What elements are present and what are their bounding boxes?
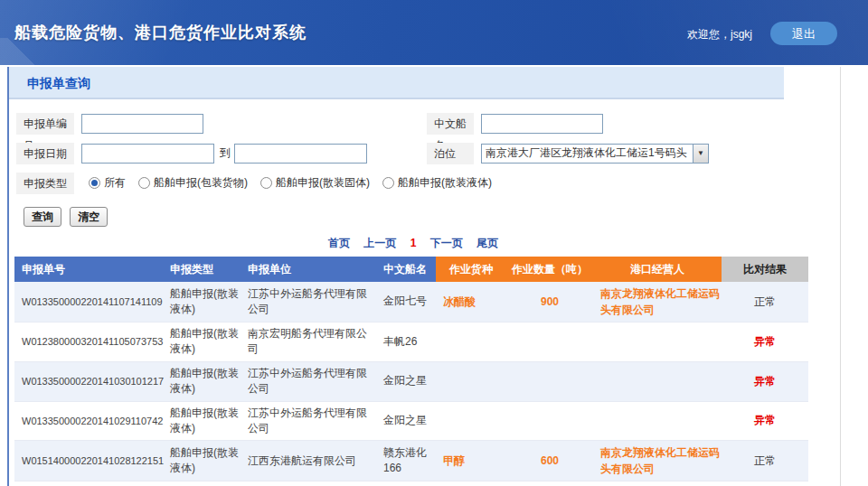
form-row-2-right: 泊位 南京港大厂港区龙翔液体化工储运1号码头 ▼ — [427, 138, 709, 168]
table-row: W013350000220141029110742船舶申报(散装液体)江苏中外运… — [14, 402, 808, 442]
date-from-input[interactable] — [81, 144, 214, 164]
cell-qty — [506, 402, 593, 441]
cell-ship: 金阳之星 — [376, 402, 436, 441]
radio-label: 船舶申报(散装液体) — [398, 175, 492, 191]
col-header-compare-result: 比对结果 — [722, 257, 808, 282]
table-body: W013350000220141107141109船舶申报(散装液体)江苏中外运… — [14, 282, 808, 481]
app-header: 船载危险货物、港口危货作业比对系统 欢迎您，jsgkj 退出 — [0, 0, 868, 65]
radio-icon — [382, 177, 394, 189]
radio-icon — [138, 177, 150, 189]
cell-id: W012380000320141105073753 — [14, 322, 163, 361]
radio-label: 船舶申报(包装货物) — [154, 175, 248, 191]
form-row-1-right: 中文船名 — [427, 108, 603, 138]
section-title-bar: 申报单查询 — [9, 67, 784, 99]
cell-cargo — [436, 322, 506, 361]
cell-ship: 丰帆26 — [376, 322, 436, 361]
results-table: 申报单号 申报类型 申报单位 中文船名 作业货种 作业数量（吨） 港口经营人 比… — [14, 257, 808, 481]
berth-label: 泊位 — [427, 143, 474, 164]
cell-ship: 赣东港化166 — [376, 441, 436, 481]
cell-id: W015140000220141028122151 — [14, 441, 163, 481]
radio-icon — [89, 177, 100, 189]
table-row: W012380000320141105073753船舶申报(散装液体)南京宏明船… — [14, 322, 808, 362]
cell-id: W013350000220141029110742 — [14, 402, 163, 441]
cell-unit: 南京宏明船务代理有限公司 — [241, 322, 376, 361]
cell-result: 正常 — [722, 282, 808, 322]
form-row-2: 申报日期 到 泊位 南京港大厂港区龙翔液体化工储运1号码头 ▼ — [9, 138, 840, 168]
radio-type-bulk-liquid[interactable]: 船舶申报(散装液体) — [382, 175, 492, 191]
chevron-down-icon[interactable]: ▼ — [693, 145, 708, 163]
col-header-ship-name: 中文船名 — [376, 257, 436, 282]
radio-type-bulk-solid[interactable]: 船舶申报(散装固体) — [260, 175, 370, 191]
page-title: 申报单查询 — [27, 76, 90, 90]
col-header-cargo: 作业货种 — [436, 257, 506, 282]
berth-selected-value: 南京港大厂港区龙翔液体化工储运1号码头 — [482, 145, 693, 161]
cell-cargo — [436, 402, 506, 441]
cell-qty: 900 — [506, 282, 593, 322]
date-to-input[interactable] — [234, 144, 367, 164]
cell-unit: 江苏中外运船务代理有限公司 — [241, 362, 376, 401]
pagination-prev[interactable]: 上一页 — [363, 237, 396, 249]
clear-button[interactable]: 清空 — [70, 207, 108, 227]
radio-type-packaged[interactable]: 船舶申报(包装货物) — [138, 175, 248, 191]
content-area: 申报单查询 申报单编号 中文船名 申报日期 到 泊位 南京港大厂港区龙翔液体化工… — [7, 67, 841, 486]
table-row: W015140000220141028122151船舶申报(散装液体)江西东港航… — [14, 441, 808, 481]
pagination-next[interactable]: 下一页 — [430, 237, 463, 249]
cell-result: 正常 — [722, 441, 808, 481]
col-header-type: 申报类型 — [163, 257, 241, 282]
welcome-text: 欢迎您，jsgkj — [687, 27, 752, 42]
col-header-port-operator: 港口经营人 — [593, 257, 722, 282]
form-buttons: 查询 清空 — [24, 207, 840, 227]
cell-cargo: 冰醋酸 — [436, 282, 506, 322]
declaration-no-label: 申报单编号 — [16, 113, 74, 135]
cell-ship: 金阳七号 — [376, 282, 436, 322]
pagination-current-page: 1 — [410, 237, 417, 249]
cell-qty: 600 — [506, 441, 593, 481]
cell-type: 船舶申报(散装液体) — [163, 441, 241, 481]
cell-operator: 南京龙翔液体化工储运码头有限公司 — [593, 282, 722, 322]
cell-type: 船舶申报(散装液体) — [163, 322, 241, 361]
form-row-3: 申报类型 所有 船舶申报(包装货物) 船舶申报(散装固体) 船舶申报(散装液体) — [9, 168, 840, 198]
type-radio-group: 所有 船舶申报(包装货物) 船舶申报(散装固体) 船舶申报(散装液体) — [89, 175, 505, 191]
cell-type: 船舶申报(散装液体) — [163, 402, 241, 441]
col-header-declaration-no: 申报单号 — [14, 257, 163, 282]
cell-result: 异常 — [722, 322, 808, 361]
query-button[interactable]: 查询 — [24, 207, 61, 227]
form-row-1: 申报单编号 中文船名 — [9, 108, 840, 138]
col-header-quantity: 作业数量（吨） — [506, 257, 593, 282]
ship-name-input[interactable] — [481, 114, 603, 134]
table-row: W013350000220141030101217船舶申报(散装液体)江苏中外运… — [14, 362, 808, 402]
cell-unit: 江西东港航运有限公司 — [241, 441, 376, 481]
pagination-last[interactable]: 尾页 — [476, 237, 498, 249]
cell-result: 异常 — [722, 402, 808, 441]
cell-qty — [506, 362, 593, 401]
pagination-first[interactable]: 首页 — [328, 237, 350, 249]
col-header-unit: 申报单位 — [241, 257, 376, 282]
cell-operator — [593, 322, 722, 361]
cell-operator — [593, 402, 722, 441]
cell-cargo: 甲醇 — [436, 441, 506, 481]
cell-unit: 江苏中外运船务代理有限公司 — [241, 282, 376, 322]
cell-id: W013350000220141107141109 — [14, 282, 163, 322]
logout-button[interactable]: 退出 — [770, 22, 837, 45]
radio-type-all[interactable]: 所有 — [89, 175, 126, 191]
table-row: W013350000220141107141109船舶申报(散装液体)江苏中外运… — [14, 282, 808, 322]
pagination: 首页 上一页 1 下一页 尾页 — [9, 236, 817, 251]
query-form: 申报单编号 中文船名 申报日期 到 泊位 南京港大厂港区龙翔液体化工储运1号码头… — [9, 99, 840, 227]
type-label: 申报类型 — [16, 173, 74, 194]
app-title: 船载危险货物、港口危货作业比对系统 — [14, 22, 307, 43]
berth-select[interactable]: 南京港大厂港区龙翔液体化工储运1号码头 ▼ — [481, 144, 709, 164]
cell-type: 船舶申报(散装液体) — [163, 362, 241, 401]
radio-label: 船舶申报(散装固体) — [276, 175, 370, 191]
cell-result: 异常 — [722, 362, 808, 401]
declaration-no-input[interactable] — [81, 114, 203, 134]
table-header-row: 申报单号 申报类型 申报单位 中文船名 作业货种 作业数量（吨） 港口经营人 比… — [14, 257, 808, 282]
ship-name-label: 中文船名 — [427, 113, 474, 135]
radio-icon — [260, 177, 272, 189]
cell-cargo — [436, 362, 506, 401]
cell-type: 船舶申报(散装液体) — [163, 282, 241, 322]
cell-unit: 江苏中外运船务代理有限公司 — [241, 402, 376, 441]
date-label: 申报日期 — [16, 143, 74, 164]
date-to-label: 到 — [220, 145, 231, 161]
radio-label: 所有 — [104, 175, 126, 191]
cell-operator: 南京龙翔液体化工储运码头有限公司 — [593, 441, 722, 481]
